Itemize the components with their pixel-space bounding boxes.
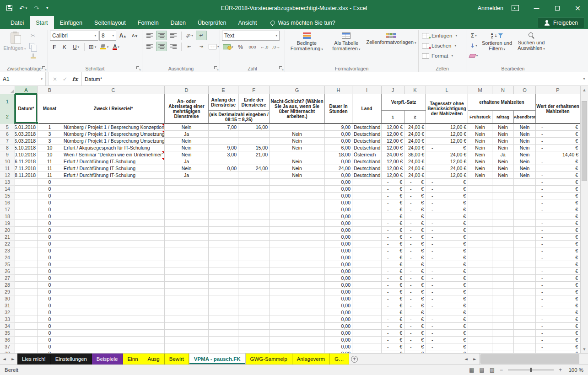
cell-D15[interactable] [165,193,209,199]
cell-C22[interactable] [62,241,165,247]
cell-P20[interactable]: -€ [536,227,580,234]
cell-I30[interactable] [352,295,382,302]
cell-B32[interactable]: 0 [38,309,62,316]
cell-A31[interactable] [15,302,38,309]
cell-A36[interactable] [15,337,38,343]
cell-O25[interactable] [514,261,536,268]
cell-C37[interactable] [62,343,165,350]
cell-F19[interactable] [238,220,270,227]
cell-P27[interactable]: -€ [536,275,580,282]
cell-O29[interactable] [514,289,536,295]
cell-O11[interactable]: Nein [514,165,536,172]
row-header-27[interactable]: 27 [0,275,15,282]
comma-style-button[interactable]: 000 [247,42,258,52]
cell-E38[interactable] [209,350,238,353]
cell-E10[interactable] [209,158,238,165]
cell-K25[interactable]: -€ [405,261,426,268]
cell-N8[interactable]: Nein [492,145,514,151]
cell-L22[interactable]: -€ [426,241,468,247]
column-header-F[interactable]: F [238,86,270,94]
cell-F7[interactable] [238,138,270,145]
cell-I1[interactable]: Land [352,94,382,123]
cell-F14[interactable] [238,186,270,193]
cell-I13[interactable] [352,179,382,186]
tab-daten[interactable]: Daten [165,16,192,29]
cell-M27[interactable] [468,275,492,282]
vertical-scrollbar[interactable]: ▲ ▼ [580,86,588,353]
cell-O8[interactable]: Nein [514,145,536,151]
cell-H32[interactable]: 0,00 [325,309,352,316]
cell-N25[interactable] [492,261,514,268]
cell-E36[interactable] [209,337,238,343]
cell-D14[interactable] [165,186,209,193]
delete-cells-button[interactable]: × Löschen▾ [421,41,459,51]
row-header-34[interactable]: 34 [0,323,15,330]
cell-I18[interactable] [352,213,382,220]
cell-I9[interactable]: Österreich [352,151,382,158]
cell-L34[interactable]: -€ [426,323,468,330]
cell-K38[interactable]: -€ [405,350,426,353]
cell-C33[interactable] [62,316,165,323]
cell-L37[interactable]: -€ [426,343,468,350]
cell-L15[interactable]: -€ [426,193,468,199]
cell-I6[interactable]: Deutschland [352,131,382,138]
row-header-24[interactable]: 24 [0,254,15,261]
tab-seitenlayout[interactable]: Seitenlayout [88,16,132,29]
clipboard-dialog-launcher-icon[interactable] [42,66,47,71]
cell-N19[interactable] [492,220,514,227]
cell-D36[interactable] [165,337,209,343]
paste-button[interactable]: Einfügen▾ [3,31,27,52]
cell-N33[interactable] [492,316,514,323]
cell-P24[interactable]: -€ [536,254,580,261]
cell-O5[interactable]: Nein [514,124,536,131]
cell-A27[interactable] [15,275,38,282]
cell-D11[interactable]: Nein [165,165,209,172]
cell-N13[interactable] [492,179,514,186]
cell-C7[interactable]: Nürnberg / Projekt 1 / Besprechung Umset… [62,138,165,145]
row-header-12[interactable]: 12 [0,172,15,179]
cell-styles-button[interactable]: Zellenformatvorlagen▾ [366,31,416,46]
cell-H37[interactable]: 0,00 [325,343,352,350]
cell-G5[interactable] [270,124,325,131]
cell-C36[interactable] [62,337,165,343]
sheet-tab-Bewirt[interactable]: Bewirt [165,354,189,364]
cell-M7[interactable]: Nein [468,138,492,145]
cell-G21[interactable] [270,234,325,241]
cell-D23[interactable] [165,247,209,254]
row-header-6[interactable]: 6 [0,131,15,138]
row-header-26[interactable]: 26 [0,268,15,275]
cell-N20[interactable] [492,227,514,234]
normal-view-icon[interactable]: ▦ [469,367,474,373]
cell-D1[interactable]: An- oder Abreisetag einer mehrtägigen Di… [165,94,209,123]
cell-G14[interactable] [270,186,325,193]
cell-D33[interactable] [165,316,209,323]
cell-M16[interactable] [468,199,492,206]
cell-F30[interactable] [238,295,270,302]
row-header-13[interactable]: 13 [0,179,15,186]
cell-L19[interactable]: -€ [426,220,468,227]
cell-J3[interactable]: 1 [382,111,405,123]
cell-O18[interactable] [514,213,536,220]
cell-L38[interactable]: -€ [426,350,468,353]
cell-B7[interactable]: 3 [38,138,62,145]
cell-P7[interactable]: -€ [536,138,580,145]
decrease-indent-button[interactable]: ⇤ [184,42,195,51]
cell-E21[interactable] [209,234,238,241]
tab-ansicht[interactable]: Ansicht [232,16,263,29]
cell-D21[interactable] [165,234,209,241]
scroll-right-icon[interactable]: ► [470,354,479,364]
cell-E35[interactable] [209,330,238,337]
cell-H21[interactable]: 0,00 [325,234,352,241]
cell-J20[interactable]: -€ [382,227,405,234]
cell-B27[interactable]: 0 [38,275,62,282]
cell-K34[interactable]: -€ [405,323,426,330]
number-format-select[interactable]: Text▾ [222,31,280,41]
cell-E6[interactable] [209,131,238,138]
cell-E30[interactable] [209,295,238,302]
font-size-select[interactable]: 8▾ [99,31,116,41]
cell-H9[interactable]: 18,00 [325,151,352,158]
cell-H15[interactable]: 0,00 [325,193,352,199]
cell-A8[interactable]: 15.10.2018 [15,145,38,151]
cell-G34[interactable] [270,323,325,330]
cell-H23[interactable]: 0,00 [325,247,352,254]
